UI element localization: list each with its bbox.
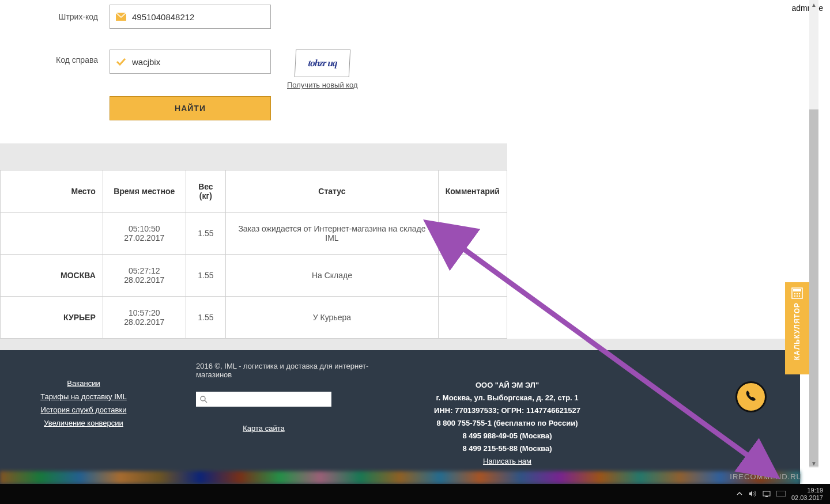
footer-link-history[interactable]: История служб доставки: [41, 406, 127, 414]
svg-rect-4: [793, 289, 801, 291]
svg-point-10: [799, 295, 800, 297]
footer-link-tariffs[interactable]: Тарифы на доставку IML: [40, 392, 127, 401]
cell-time: 05:27:12 28.02.2017: [103, 255, 186, 297]
captcha-input[interactable]: [132, 57, 265, 67]
tray-volume-icon[interactable]: [749, 490, 757, 498]
footer-link-conversion[interactable]: Увеличение конверсии: [44, 419, 123, 427]
calculator-icon: [791, 287, 803, 302]
cell-time: 10:57:20 28.02.2017: [103, 297, 186, 339]
tracking-form-panel: Штрих-код Код справа tohzr uq Получить н…: [0, 0, 507, 143]
captcha-input-wrap[interactable]: [110, 50, 271, 74]
svg-point-9: [797, 295, 798, 297]
th-comment: Комментарий: [438, 170, 507, 213]
svg-rect-14: [763, 491, 770, 496]
th-place: Место: [1, 170, 103, 213]
search-icon: [199, 395, 207, 403]
cell-status: У Курьера: [226, 297, 438, 339]
cell-place: МОСКВА: [1, 255, 103, 297]
company-name: ООО "АЙ ЭМ ЭЛ": [415, 379, 599, 392]
scroll-up-icon[interactable]: ▲: [809, 0, 818, 9]
svg-point-7: [799, 293, 800, 294]
barcode-input[interactable]: [132, 12, 265, 22]
tray-icons: [736, 490, 786, 498]
write-us-link[interactable]: Написать нам: [483, 457, 531, 465]
svg-line-2: [205, 400, 207, 403]
mail-icon: [116, 13, 126, 21]
cell-weight: 1.55: [186, 255, 226, 297]
cell-time: 05:10:50 27.02.2017: [103, 213, 186, 255]
cell-status: Заказ ожидается от Интернет-магазина на …: [226, 213, 438, 255]
svg-rect-15: [765, 496, 768, 497]
company-inn: ИНН: 7701397533; ОГРН: 1147746621527: [415, 404, 599, 417]
page-footer: Вакансии Тарифы на доставку IML История …: [0, 350, 800, 491]
th-status: Статус: [226, 170, 438, 213]
footer-search-input[interactable]: [207, 395, 328, 403]
phone-icon: [744, 389, 759, 404]
footer-address: ООО "АЙ ЭМ ЭЛ" г. Москва, ул. Выборгская…: [415, 362, 599, 468]
cell-weight: 1.55: [186, 297, 226, 339]
phone-button[interactable]: [735, 381, 767, 412]
tray-time: 19:19: [791, 487, 823, 494]
vertical-scrollbar[interactable]: ▲ ▼: [809, 0, 818, 468]
tray-clock[interactable]: 19:19 02.03.2017: [791, 487, 823, 502]
th-weight: Вес (кг): [186, 170, 226, 213]
footer-search[interactable]: [196, 392, 331, 407]
cell-status: На Складе: [226, 255, 438, 297]
barcode-label: Штрих-код: [0, 12, 110, 21]
svg-point-8: [794, 295, 795, 297]
cell-comment: [438, 213, 507, 255]
find-button[interactable]: НАЙТИ: [110, 96, 271, 120]
svg-point-6: [797, 293, 798, 294]
phone-msk1: 8 495 988-49-05 (Москва): [415, 430, 599, 442]
captcha-refresh-link[interactable]: Получить новый код: [287, 81, 358, 89]
svg-rect-16: [776, 491, 786, 497]
check-icon: [116, 58, 126, 66]
captcha-label: Код справа: [0, 50, 110, 65]
calculator-label: КАЛЬКУЛЯТОР: [793, 302, 801, 360]
scroll-down-icon[interactable]: ▼: [809, 458, 818, 468]
captcha-image: tohzr uq: [295, 50, 351, 77]
th-time: Время местное: [103, 170, 186, 213]
tray-chevron-up-icon[interactable]: [736, 490, 743, 498]
table-row: 05:10:50 27.02.2017 1.55 Заказ ожидается…: [1, 213, 507, 255]
table-row: КУРЬЕР 10:57:20 28.02.2017 1.55 У Курьер…: [1, 297, 507, 339]
cell-comment: [438, 297, 507, 339]
company-address: г. Москва, ул. Выборгская, д. 22, стр. 1: [415, 392, 599, 404]
footer-links: Вакансии Тарифы на доставку IML История …: [17, 362, 150, 468]
separator-strip: [0, 339, 800, 350]
tracking-table: Место Время местное Вес (кг) Статус Комм…: [0, 170, 507, 339]
phone-msk2: 8 499 215-55-88 (Москва): [415, 442, 599, 455]
tray-network-icon[interactable]: [763, 490, 771, 498]
table-row: МОСКВА 05:27:12 28.02.2017 1.55 На Склад…: [1, 255, 507, 297]
watermark: IRECOMMEND.RU: [730, 472, 802, 481]
tray-date: 02.03.2017: [791, 494, 823, 502]
windows-taskbar[interactable]: 19:19 02.03.2017: [0, 484, 830, 504]
cell-comment: [438, 255, 507, 297]
svg-point-5: [794, 293, 795, 294]
footer-copyright: 2016 ©, IML - логистика и доставка для и…: [196, 362, 369, 392]
sitemap-link[interactable]: Карта сайта: [196, 424, 331, 433]
scrollbar-thumb[interactable]: [809, 109, 818, 467]
separator-strip: [0, 143, 507, 170]
barcode-input-wrap[interactable]: [110, 5, 271, 29]
tray-keyboard-icon[interactable]: [776, 491, 786, 498]
svg-point-1: [201, 396, 205, 401]
phone-free: 8 800 755-755-1 (бесплатно по России): [415, 417, 599, 430]
cell-place: [1, 213, 103, 255]
footer-link-jobs[interactable]: Вакансии: [67, 379, 100, 388]
cell-weight: 1.55: [186, 213, 226, 255]
taskbar-blur-strip: [0, 471, 800, 484]
calculator-tab[interactable]: КАЛЬКУЛЯТОР: [785, 282, 809, 374]
cell-place: КУРЬЕР: [1, 297, 103, 339]
